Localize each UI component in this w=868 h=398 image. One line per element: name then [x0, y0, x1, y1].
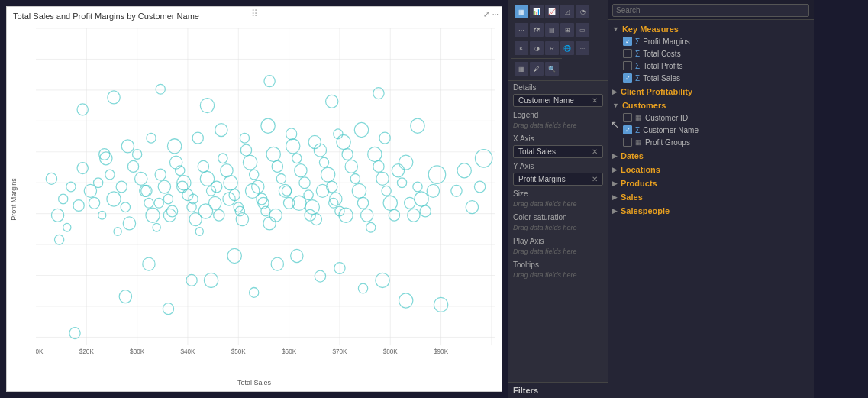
group-name-label: Customers: [622, 101, 666, 110]
filters-header: Filters: [508, 382, 608, 398]
line-chart-icon[interactable]: 📈: [545, 5, 559, 18]
svg-point-156: [200, 99, 214, 113]
remove-y-icon[interactable]: ✕: [592, 175, 598, 183]
field-checkbox[interactable]: [623, 138, 632, 147]
tree-item[interactable]: ΣCustomer Name: [608, 124, 814, 136]
svg-point-115: [345, 160, 357, 173]
tree-group-header[interactable]: ▶ Client Profitability: [608, 86, 814, 98]
svg-point-118: [357, 197, 368, 209]
field-checkbox[interactable]: [623, 61, 632, 70]
table-icon[interactable]: ▤: [545, 23, 559, 37]
svg-point-175: [245, 183, 259, 198]
fields-icon[interactable]: ▦: [515, 62, 528, 76]
field-checkbox[interactable]: [623, 113, 632, 122]
field-label: Profit Groups: [645, 138, 690, 147]
more-visuals-icon[interactable]: ···: [576, 41, 589, 55]
field-label: Total Sales: [643, 74, 680, 83]
svg-text:$70K: $70K: [332, 348, 347, 355]
svg-point-109: [321, 167, 334, 182]
field-checkbox[interactable]: [623, 73, 632, 83]
chevron-icon: ▶: [612, 193, 618, 201]
svg-point-102: [295, 164, 307, 177]
remove-customer-icon[interactable]: ✕: [592, 96, 598, 105]
svg-point-127: [392, 164, 404, 177]
field-checkbox[interactable]: [623, 49, 632, 58]
svg-point-141: [227, 248, 241, 263]
remove-x-icon[interactable]: ✕: [592, 147, 598, 156]
tree-item[interactable]: ΣTotal Sales: [608, 72, 814, 84]
column-chart-icon[interactable]: 📊: [530, 5, 544, 18]
svg-point-135: [427, 184, 439, 197]
tree-group-sales: ▶ Sales: [608, 191, 814, 203]
tree-group-header[interactable]: ▶ Sales: [608, 191, 814, 203]
y-axis-selector[interactable]: Profit Margins ✕: [513, 173, 603, 186]
card-icon[interactable]: ▭: [576, 23, 589, 37]
field-label: Total Costs: [643, 50, 680, 58]
x-axis-selector[interactable]: Total Sales ✕: [513, 145, 603, 158]
field-label: Profit Margins: [643, 37, 690, 46]
svg-point-158: [326, 95, 338, 108]
svg-point-171: [198, 204, 212, 218]
svg-point-41: [59, 194, 68, 204]
svg-point-134: [420, 205, 431, 217]
svg-point-136: [428, 166, 445, 183]
customer-name-selector[interactable]: Customer Name ✕: [513, 94, 603, 107]
gauge-icon[interactable]: ◑: [530, 41, 544, 55]
svg-point-187: [167, 139, 181, 154]
tree-item[interactable]: ▦Profit Groups: [608, 136, 814, 148]
field-checkbox[interactable]: [623, 125, 632, 134]
svg-text:$20K: $20K: [79, 348, 94, 355]
group-name-label: Products: [621, 179, 657, 188]
tree-group-header[interactable]: ▼ Key Measures: [608, 23, 814, 35]
more-icon[interactable]: ···: [492, 10, 499, 18]
tree-item[interactable]: ▦Customer ID: [608, 112, 814, 124]
sigma-icon: Σ: [635, 126, 640, 134]
format-icon[interactable]: 🖌: [530, 62, 544, 76]
pie-chart-icon[interactable]: ◔: [576, 5, 589, 18]
group-name-label: Client Profitability: [621, 87, 692, 96]
scatter-icon[interactable]: ⋯: [515, 23, 528, 37]
svg-text:$60K: $60K: [282, 348, 296, 355]
matrix-icon[interactable]: ⊞: [560, 23, 574, 37]
svg-point-51: [98, 211, 106, 219]
chevron-icon: ▼: [612, 102, 619, 109]
kpi-icon[interactable]: K: [515, 41, 528, 55]
svg-text:$40K: $40K: [180, 348, 195, 355]
tree-group-header[interactable]: ▶ Salespeople: [608, 205, 814, 217]
svg-point-152: [376, 273, 389, 287]
drag-handle[interactable]: ⠿: [251, 8, 258, 19]
field-checkbox[interactable]: [623, 37, 632, 46]
tree-group-header[interactable]: ▶ Products: [608, 177, 814, 189]
expand-icon[interactable]: ⤢: [483, 10, 489, 18]
tree-group-header[interactable]: ▶ Dates: [608, 150, 814, 162]
tree-item[interactable]: ΣTotal Costs: [608, 47, 814, 60]
tree-group-header[interactable]: ▼ Customers: [608, 99, 814, 112]
svg-point-116: [350, 174, 360, 184]
tree-group-header[interactable]: ▶ Locations: [608, 163, 814, 176]
area-chart-icon[interactable]: ◿: [560, 5, 574, 18]
svg-point-163: [466, 201, 478, 214]
tree-item[interactable]: ΣProfit Margins: [608, 35, 814, 47]
svg-point-157: [264, 76, 275, 87]
svg-point-186: [147, 133, 156, 143]
analytics-icon[interactable]: 🔍: [545, 62, 559, 76]
svg-point-147: [163, 303, 173, 315]
svg-point-143: [315, 270, 325, 282]
bar-chart-icon[interactable]: ▦: [515, 5, 528, 18]
fields-config-scroll: Details Customer Name ✕ Legend Drag data…: [508, 81, 608, 382]
svg-point-155: [156, 84, 165, 94]
svg-point-43: [66, 182, 76, 192]
r-icon[interactable]: R: [545, 41, 559, 55]
svg-point-117: [352, 183, 366, 198]
x-axis-value: Total Sales: [518, 147, 556, 156]
svg-text:$90K: $90K: [434, 348, 448, 355]
group-name-label: Sales: [621, 193, 643, 202]
svg-point-57: [123, 217, 135, 230]
search-input[interactable]: [612, 4, 809, 17]
svg-point-133: [415, 192, 428, 206]
color-placeholder: Drag data fields here: [508, 222, 608, 235]
sigma-icon: Σ: [635, 37, 640, 46]
globe-icon[interactable]: 🌐: [560, 41, 574, 55]
map-icon[interactable]: 🗺: [530, 23, 544, 37]
tree-item[interactable]: ΣTotal Profits: [608, 60, 814, 72]
